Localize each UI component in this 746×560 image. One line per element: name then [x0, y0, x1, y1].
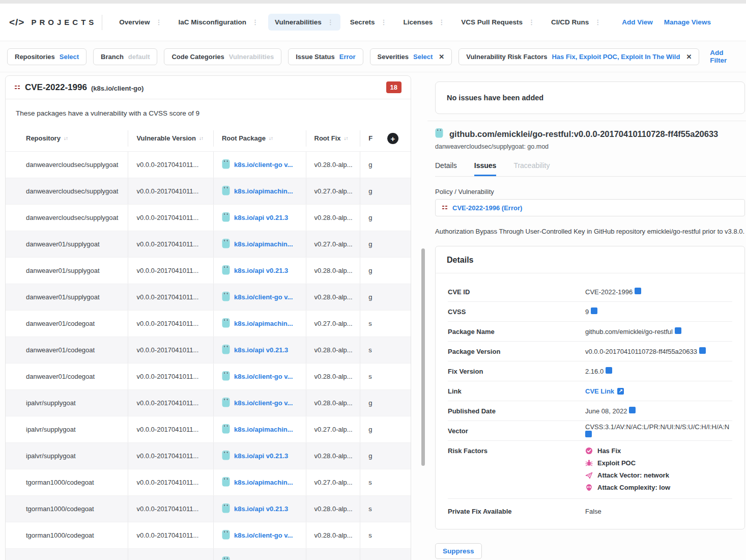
filter-chip-value[interactable]: Select: [413, 53, 433, 61]
cell-repository: tgorman1000/codegoat: [6, 469, 128, 495]
table-row[interactable]: [6, 549, 411, 560]
filter-chip-value[interactable]: Error: [339, 53, 356, 61]
root-package-link[interactable]: k8s.io/api v0.21.3: [222, 503, 288, 515]
filter-chip[interactable]: Vulnerability Risk Factors Has Fix, Expl…: [458, 48, 699, 65]
policy-row[interactable]: CVE-2022-1996 (Error): [435, 199, 745, 216]
nav-tab[interactable]: IaC Misconfiguration ⋮: [171, 14, 265, 31]
nav-tab[interactable]: Secrets ⋮: [343, 14, 394, 31]
column-header-file[interactable]: F: [360, 130, 411, 147]
filter-chip-value[interactable]: default: [128, 53, 150, 61]
root-package-link[interactable]: k8s.io/client-go v...: [222, 291, 293, 303]
suppress-button[interactable]: Suppress: [435, 543, 482, 559]
detail-value-text[interactable]: 2.16.0: [585, 368, 604, 375]
table-row[interactable]: danweavercloudsec/supplygoat v0.0.0-2017…: [6, 152, 411, 178]
add-filter-link[interactable]: Add Filter: [710, 49, 739, 64]
nav-tab-label: Overview: [119, 18, 150, 26]
root-package-label: k8s.io/client-go v...: [234, 399, 293, 407]
table-row[interactable]: tgorman1000/codegoat v0.0.0-2017041011..…: [6, 522, 411, 549]
table-row[interactable]: tgorman1000/codegoat v0.0.0-2017041011..…: [6, 469, 411, 496]
close-icon[interactable]: ✕: [686, 53, 692, 61]
filter-chip[interactable]: Branch default: [93, 48, 157, 65]
package-icon-slot: [222, 344, 230, 356]
tab-menu-icon[interactable]: ⋮: [252, 19, 259, 25]
table-row[interactable]: danweaver01/supplygoat v0.0.0-2017041011…: [6, 284, 411, 311]
column-header-vulnerable-version[interactable]: Vulnerable Version ↓↑: [128, 130, 214, 147]
detail-value-text[interactable]: v0.0.0-20170410110728-ff4f55a20633: [585, 348, 697, 355]
root-package-link[interactable]: [222, 556, 234, 560]
close-icon[interactable]: ✕: [439, 53, 444, 61]
table-row[interactable]: danweavercloudsec/supplygoat v0.0.0-2017…: [6, 205, 411, 231]
root-package-label: k8s.io/apimachin...: [234, 320, 293, 327]
table-row[interactable]: danweaver01/codegoat v0.0.0-2017041011..…: [6, 311, 411, 337]
root-package-link[interactable]: k8s.io/api v0.21.3: [222, 212, 288, 223]
add-column-button[interactable]: +: [387, 133, 398, 144]
cell-root-fix: v0.28.0-alp...: [306, 496, 361, 522]
detail-tab[interactable]: Details: [435, 158, 457, 176]
details-card: Details CVE ID CVE-2022-1996 CVSS 9: [435, 246, 745, 529]
sort-icon[interactable]: ↓↑: [199, 135, 203, 141]
root-package-link[interactable]: k8s.io/client-go v...: [222, 529, 293, 541]
tab-menu-icon[interactable]: ⋮: [438, 19, 445, 25]
manage-views-link[interactable]: Manage Views: [664, 18, 711, 26]
detail-value-text[interactable]: 9: [585, 308, 589, 316]
sort-icon[interactable]: ↓↑: [344, 135, 348, 141]
filter-chip[interactable]: Repositories Select: [7, 48, 87, 65]
table-row[interactable]: ipalvr/supplygoat v0.0.0-2017041011... k…: [6, 390, 411, 416]
root-package-link[interactable]: k8s.io/apimachin...: [222, 185, 293, 197]
filter-chip-value[interactable]: Has Fix, Exploit POC, Exploit In The Wil…: [552, 53, 680, 61]
root-package-link[interactable]: k8s.io/apimachin...: [222, 318, 293, 329]
table-row[interactable]: danweaver01/supplygoat v0.0.0-2017041011…: [6, 231, 411, 258]
column-header-root-package[interactable]: Root Package ↓↑: [214, 130, 306, 147]
tab-menu-icon[interactable]: ⋮: [528, 19, 535, 25]
nav-tab[interactable]: Licenses ⋮: [396, 14, 451, 31]
package-icon: [222, 185, 230, 195]
detail-value-text[interactable]: CVE Link: [585, 387, 614, 395]
external-link-icon: ↗: [617, 388, 624, 395]
table-row[interactable]: danweaver01/supplygoat v0.0.0-2017041011…: [6, 258, 411, 284]
detail-tab[interactable]: Traceability: [513, 158, 550, 176]
policy-cve-link[interactable]: CVE-2022-1996 (Error): [452, 204, 522, 212]
nav-tab[interactable]: VCS Pull Requests ⋮: [454, 14, 541, 31]
column-header-root-fix[interactable]: Root Fix ↓↑: [306, 130, 361, 147]
column-header-repository[interactable]: Repository ↓↑: [6, 130, 128, 147]
root-package-link[interactable]: k8s.io/apimachin...: [222, 238, 293, 250]
tab-menu-icon[interactable]: ⋮: [594, 19, 601, 25]
root-package-link[interactable]: k8s.io/apimachin...: [222, 477, 293, 488]
nav-tab[interactable]: Overview ⋮: [112, 14, 168, 31]
add-view-link[interactable]: Add View: [622, 18, 653, 26]
root-package-link[interactable]: k8s.io/client-go v...: [222, 397, 293, 409]
filter-chip[interactable]: Issue Status Error: [288, 48, 363, 65]
detail-value-text[interactable]: CVSS:3.1/AV:N/AC:L/PR:N/UI:N/S:U/C:H/I:H…: [585, 423, 729, 431]
tab-menu-icon[interactable]: ⋮: [155, 19, 162, 25]
table-row[interactable]: danweaver01/codegoat v0.0.0-2017041011..…: [6, 363, 411, 390]
detail-tab[interactable]: Issues: [474, 158, 497, 176]
root-package-link[interactable]: k8s.io/apimachin...: [222, 424, 293, 435]
table-row[interactable]: danweaver01/codegoat v0.0.0-2017041011..…: [6, 337, 411, 363]
root-package-link[interactable]: k8s.io/api v0.21.3: [222, 450, 288, 462]
detail-value-text[interactable]: June 08, 2022: [585, 407, 627, 415]
vertical-scrollbar-thumb[interactable]: [421, 248, 425, 466]
tab-menu-icon[interactable]: ⋮: [380, 19, 387, 25]
detail-value-text[interactable]: CVE-2022-1996: [585, 288, 633, 296]
filter-chip[interactable]: Code Categories Vulnerabilities: [164, 48, 281, 65]
filter-chip[interactable]: Severities Select ✕: [370, 48, 452, 65]
sort-icon[interactable]: ↓↑: [64, 135, 68, 141]
cell-file: s: [360, 522, 411, 548]
sort-icon[interactable]: ↓↑: [269, 135, 273, 141]
package-icon-slot: [222, 318, 230, 329]
table-row[interactable]: danweavercloudsec/supplygoat v0.0.0-2017…: [6, 178, 411, 205]
filter-chip-value[interactable]: Vulnerabilities: [229, 53, 274, 61]
root-package-link[interactable]: k8s.io/client-go v...: [222, 159, 293, 171]
detail-label: Package Version: [448, 348, 585, 355]
root-package-link[interactable]: k8s.io/api v0.21.3: [222, 344, 288, 356]
tab-menu-icon[interactable]: ⋮: [327, 19, 334, 25]
nav-tab[interactable]: CI/CD Runs ⋮: [544, 14, 608, 31]
root-package-link[interactable]: k8s.io/client-go v...: [222, 371, 293, 382]
nav-tab[interactable]: Vulnerabilities ⋮: [268, 14, 340, 31]
root-package-link[interactable]: k8s.io/api v0.21.3: [222, 265, 288, 276]
table-row[interactable]: tgorman1000/codegoat v0.0.0-2017041011..…: [6, 496, 411, 522]
detail-value-text[interactable]: github.com/emicklei/go-restful: [585, 328, 673, 335]
table-row[interactable]: ipalvr/supplygoat v0.0.0-2017041011... k…: [6, 416, 411, 443]
filter-chip-value[interactable]: Select: [60, 53, 79, 61]
table-row[interactable]: ipalvr/supplygoat v0.0.0-2017041011... k…: [6, 443, 411, 469]
